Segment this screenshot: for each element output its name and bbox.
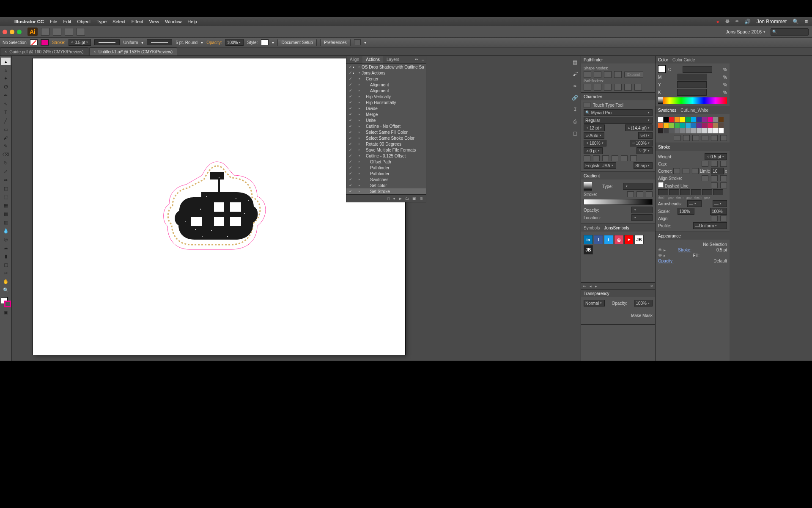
tab-color[interactable]: Color (658, 58, 668, 62)
swatch[interactable] (719, 123, 724, 128)
menu-effect[interactable]: Effect (132, 19, 143, 24)
tab-swatches[interactable]: Swatches (658, 108, 676, 113)
grad-stroke-3[interactable] (646, 191, 653, 197)
action-item[interactable]: ✓▸Save Multiple File Formats (346, 147, 426, 153)
symbol-libraries-icon[interactable]: ⇤ (583, 284, 586, 288)
underline-button[interactable] (621, 155, 628, 161)
new-action-icon[interactable]: ▣ (412, 196, 416, 201)
swatch[interactable] (686, 128, 691, 133)
doc-tab-1[interactable]: ×Untitled-1.ai* @ 153% (CMYK/Preview) (89, 47, 177, 55)
stroke-weight-field[interactable]: ≎0.5 pt▾ (705, 153, 727, 160)
next-icon[interactable]: ▸ (595, 284, 597, 288)
swatch[interactable] (658, 123, 663, 128)
tracking-field[interactable]: VA0▾ (638, 132, 653, 139)
tool-eyedropper[interactable]: 💧 (1, 227, 11, 235)
tool-curvature[interactable]: ∿ (1, 100, 11, 108)
arrow-align-1[interactable] (711, 215, 718, 221)
menu-view[interactable]: View (149, 19, 159, 24)
leading-field[interactable]: A(14.4 pt)▾ (625, 124, 653, 131)
bridge-button[interactable] (65, 28, 73, 36)
subscript-button[interactable] (612, 155, 618, 161)
corner-round[interactable] (683, 168, 689, 174)
tool-width[interactable]: ⇔ (1, 176, 11, 184)
stroke-icon[interactable]: ≈ (571, 83, 579, 91)
char-rotate-field[interactable]: ↻0°▾ (636, 147, 653, 154)
swatch[interactable] (702, 123, 707, 128)
action-item[interactable]: ✓▾Center (346, 76, 426, 82)
tool-pen[interactable]: ✒ (1, 91, 11, 99)
asset-export-icon[interactable]: ↧ (571, 107, 579, 114)
symbol-linkedin[interactable]: in (584, 235, 593, 244)
tool-rotate[interactable]: ↻ (1, 159, 11, 167)
swatch[interactable] (675, 117, 680, 122)
swatch[interactable] (719, 128, 724, 133)
tool-direct-selection[interactable]: ▵ (1, 66, 11, 74)
swatch[interactable] (697, 123, 702, 128)
corner-bevel[interactable] (692, 168, 699, 174)
menu-object[interactable]: Object (77, 19, 91, 24)
user-name[interactable]: Jon Brommet (757, 19, 787, 25)
cap-butt[interactable] (702, 161, 708, 167)
merge-button[interactable] (604, 84, 612, 91)
panel-title[interactable]: Stroke (658, 145, 670, 149)
tool-symbol-sprayer[interactable]: ☁ (1, 244, 11, 251)
hscale-field[interactable]: ⇔100%▾ (630, 140, 653, 146)
arrow-scale-end[interactable]: 100% (710, 208, 727, 215)
prev-icon[interactable]: ◂ (590, 284, 592, 288)
brushes-icon[interactable]: 🖌 (571, 71, 579, 79)
swatch[interactable] (664, 128, 669, 133)
swatch[interactable] (708, 117, 713, 122)
divide-button[interactable] (584, 84, 591, 91)
blend-mode-field[interactable]: Normal▾ (584, 300, 605, 306)
appearance-stroke-row[interactable]: 👁 ▸ Stroke: 0.5 pt (658, 248, 727, 252)
swatch[interactable] (664, 117, 669, 122)
gpu-preview-button[interactable] (53, 28, 61, 36)
gradient-type-field[interactable]: ▾ (623, 183, 653, 190)
action-item[interactable]: ✓▸Set color (346, 182, 426, 188)
tab-color-guide[interactable]: Color Guide (672, 58, 695, 62)
window-controls[interactable] (3, 30, 22, 34)
close-icon[interactable]: × (5, 50, 7, 54)
miter-limit-field[interactable]: 10 (711, 168, 724, 174)
action-item[interactable]: ✓▸Swatches (346, 177, 426, 182)
menu-file[interactable]: File (50, 19, 58, 24)
cap-square[interactable] (720, 161, 727, 167)
tool-line[interactable]: ╱ (1, 117, 11, 124)
arrow-start[interactable]: —▾ (687, 200, 702, 207)
font-size-field[interactable]: T12 pt▾ (584, 124, 605, 131)
artwork-jb-monogram[interactable] (160, 158, 274, 256)
panel-title[interactable]: Pathfinder (584, 58, 603, 62)
chevron-down-icon[interactable]: ▾ (272, 40, 274, 45)
action-item[interactable]: ✓▸Pathfinder (346, 171, 426, 177)
screen-mode[interactable]: ▣ (1, 308, 11, 316)
arrow-align-2[interactable] (720, 215, 727, 221)
swatch[interactable] (675, 123, 680, 128)
swatch[interactable] (675, 128, 680, 133)
swatch[interactable] (680, 123, 685, 128)
menu-extras-icon[interactable]: ≡ (805, 19, 808, 25)
tool-paintbrush[interactable]: 🖌 (1, 134, 11, 141)
swatch[interactable] (680, 128, 685, 133)
minus-front-button[interactable] (594, 71, 601, 78)
align-inside[interactable] (711, 175, 718, 181)
panel-title[interactable]: Appearance (658, 234, 681, 238)
doc-tab-0[interactable]: ×Guide.pdf @ 160.24% (CMYK/Preview) (0, 47, 88, 55)
swatch-libraries-icon[interactable] (674, 135, 680, 141)
strikethrough-button[interactable] (630, 155, 637, 161)
tool-scale[interactable]: ⤢ (1, 168, 11, 175)
symbol-jb-light[interactable]: JB (634, 235, 644, 244)
opacity-field[interactable]: 100%▸ (225, 39, 244, 46)
unite-button[interactable] (584, 71, 591, 78)
symbol-twitter[interactable]: t (604, 235, 613, 244)
tab-symbols[interactable]: Symbols (584, 226, 600, 230)
action-item[interactable]: ✓▸Divide (346, 105, 426, 111)
spotlight-icon[interactable]: 🔍 (793, 19, 799, 25)
panel-title[interactable]: Transparency (584, 291, 609, 296)
arrow-scale-start[interactable]: 100% (678, 208, 694, 215)
tool-eraser[interactable]: ⌫ (1, 151, 11, 158)
swatch[interactable] (669, 117, 674, 122)
antialias-field[interactable]: Sharp▾ (634, 162, 653, 169)
close-icon[interactable]: × (94, 50, 96, 54)
css-icon[interactable]: ⎙ (571, 119, 579, 126)
tool-column-graph[interactable]: ▮ (1, 252, 11, 260)
